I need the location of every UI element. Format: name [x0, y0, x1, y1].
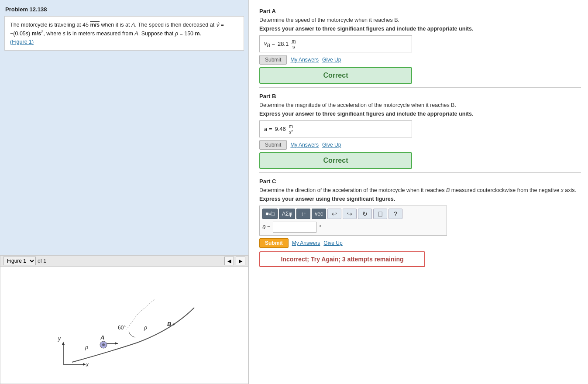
left-panel: Problem 12.138 The motorcycle is traveli… — [0, 0, 249, 384]
part-c-answer-input[interactable] — [273, 222, 316, 233]
math-toolbar-sigma-btn[interactable]: ΑΣφ — [279, 209, 295, 219]
svg-marker-4 — [62, 342, 65, 345]
part-b-answer-box: a = 9.46 m s² — [259, 120, 412, 137]
part-a-header: Part A — [259, 3, 581, 16]
part-a-answer-unit: m s — [291, 38, 296, 49]
svg-text:B: B — [167, 321, 171, 327]
part-c-my-answers-btn[interactable]: My Answers — [292, 240, 320, 246]
part-a-answer-value: 28.1 — [278, 41, 289, 47]
svg-text:ρ: ρ — [85, 344, 88, 350]
part-c-math-toolbar: ■√□ ΑΣφ ↕↑ vec ↩ ↪ ↻ ⎕ ? — [262, 209, 444, 219]
math-toolbar-help-btn[interactable]: ? — [389, 209, 402, 219]
math-toolbar-vec-btn[interactable]: vec — [312, 209, 326, 219]
figure-link[interactable]: (Figure 1) — [10, 39, 34, 45]
part-b-answer-unit: m s² — [289, 123, 293, 134]
part-a-question: Determine the speed of the motorcycle wh… — [259, 16, 581, 24]
part-c-section: Part C Determine the direction of the ac… — [259, 173, 581, 267]
part-c-instruction: Express your answer using three signific… — [259, 196, 581, 202]
part-c-question: Determine the direction of the accelerat… — [259, 186, 581, 194]
figure-select[interactable]: Figure 1 — [3, 257, 36, 265]
svg-text:A: A — [100, 334, 104, 341]
problem-text: The motorcycle is traveling at 45 m/s wh… — [10, 22, 224, 37]
svg-marker-8 — [115, 342, 118, 345]
svg-text:y: y — [58, 336, 61, 342]
problem-title: Problem 12.138 — [0, 4, 248, 16]
part-c-submit-btn[interactable]: Submit — [259, 238, 289, 248]
part-b-instruction: Express your answer to three significant… — [259, 111, 581, 117]
part-c-give-up-btn[interactable]: Give Up — [323, 240, 342, 246]
part-a-answer-box: vB = 28.1 m s — [259, 35, 412, 52]
part-b-header: Part B — [259, 88, 581, 101]
part-c-unit-label: ° — [319, 224, 321, 230]
part-b-question: Determine the magnitude of the accelerat… — [259, 101, 581, 109]
math-toolbar-sqrt-btn[interactable]: ■√□ — [262, 209, 278, 219]
part-a-instruction: Express your answer to three significant… — [259, 26, 581, 32]
part-a-submit-btn[interactable]: Submit — [259, 55, 287, 65]
svg-point-10 — [102, 343, 105, 346]
svg-text:+: + — [172, 322, 175, 327]
math-toolbar-keyboard-btn[interactable]: ⎕ — [373, 209, 387, 219]
math-toolbar-undo-btn[interactable]: ↩ — [327, 209, 341, 219]
part-c-incorrect-banner: Incorrect; Try Again; 3 attempts remaini… — [259, 251, 425, 267]
figure-svg: y x A — [0, 267, 248, 384]
right-panel: Part A Determine the speed of the motorc… — [249, 0, 588, 384]
part-b-correct-banner: Correct — [259, 152, 412, 169]
part-c-var-label: θ = — [262, 224, 270, 230]
svg-line-16 — [138, 299, 155, 314]
part-a-controls: Submit My Answers Give Up — [259, 55, 581, 65]
figure-image: y x A — [0, 266, 248, 384]
part-a-var-label: vB = — [264, 40, 275, 48]
part-b-give-up-btn[interactable]: Give Up — [322, 142, 341, 148]
svg-text:ρ: ρ — [144, 325, 147, 331]
svg-text:60°: 60° — [118, 325, 126, 331]
part-b-var-label: a = — [264, 126, 272, 132]
part-a-section: Part A Determine the speed of the motorc… — [259, 3, 581, 84]
figure-controls: Figure 1 of 1 ◀ ▶ — [0, 255, 248, 266]
math-toolbar-reset-btn[interactable]: ↻ — [358, 209, 372, 219]
svg-line-17 — [127, 314, 138, 329]
part-c-controls: Submit My Answers Give Up — [259, 238, 581, 248]
part-b-my-answers-btn[interactable]: My Answers — [290, 142, 319, 148]
part-b-controls: Submit My Answers Give Up — [259, 140, 581, 150]
figure-prev-btn[interactable]: ◀ — [224, 257, 234, 265]
part-c-header: Part C — [259, 173, 581, 186]
part-c-math-input-area: ■√□ ΑΣφ ↕↑ vec ↩ ↪ ↻ ⎕ ? θ = ° — [259, 206, 447, 236]
figure-next-btn[interactable]: ▶ — [236, 257, 245, 265]
math-toolbar-arrow-btn[interactable]: ↕↑ — [296, 209, 310, 219]
part-b-submit-btn[interactable]: Submit — [259, 140, 287, 150]
part-b-section: Part B Determine the magnitude of the ac… — [259, 88, 581, 169]
math-toolbar-redo-btn[interactable]: ↪ — [343, 209, 357, 219]
part-a-correct-banner: Correct — [259, 67, 412, 84]
part-a-give-up-btn[interactable]: Give Up — [322, 57, 341, 63]
figure-of-label: of 1 — [38, 258, 46, 264]
part-b-answer-value: 9.46 — [275, 126, 285, 132]
part-c-input-row: θ = ° — [262, 222, 444, 233]
svg-text:x: x — [86, 362, 89, 368]
problem-description: The motorcycle is traveling at 45 m/s wh… — [4, 16, 244, 51]
svg-marker-5 — [83, 363, 86, 366]
figure-area: Figure 1 of 1 ◀ ▶ y x — [0, 255, 248, 384]
part-a-my-answers-btn[interactable]: My Answers — [290, 57, 319, 63]
